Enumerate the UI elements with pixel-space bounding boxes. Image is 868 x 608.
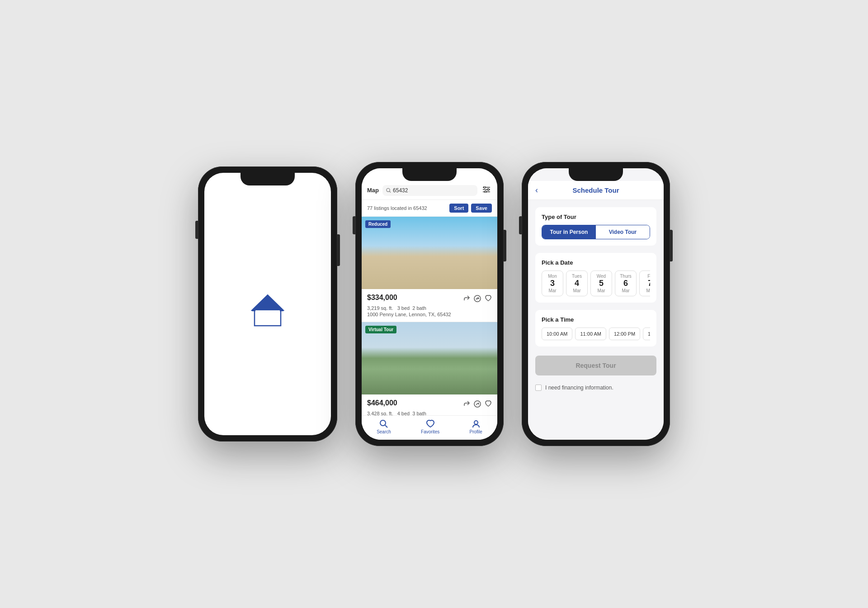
svg-point-4: [387, 188, 390, 191]
profile-nav-icon: [472, 419, 481, 428]
listing-badge-1: Reduced: [365, 220, 391, 228]
date-item-thurs-6[interactable]: Thurs 6 Mar: [615, 271, 637, 296]
profile-nav-label: Profile: [469, 429, 482, 434]
tour-body: Type of Tour Tour in Person Video Tour P…: [528, 200, 664, 440]
listing-address-1: 1000 Penny Lane, Lennon, TX, 65432: [367, 312, 492, 317]
time-1100am[interactable]: 11:00 AM: [575, 328, 606, 340]
phone-schedule-tour: ‹ Schedule Tour Type of Tour Tour in Per…: [522, 162, 670, 446]
phone-splash: [198, 166, 337, 442]
date-num-0: 3: [550, 279, 555, 288]
svg-rect-3: [255, 310, 280, 325]
pick-a-date-label: Pick a Date: [542, 259, 650, 266]
date-num-1: 4: [575, 279, 579, 288]
time-100pm[interactable]: 1:00 PM: [643, 328, 650, 340]
listing-detail-2: 3,428 sq. ft. 4 bed 3 bath: [367, 411, 492, 415]
date-month-3: Mar: [622, 288, 629, 293]
date-num-2: 5: [599, 279, 604, 288]
listing-price-2: $464,000: [367, 399, 397, 407]
splash-logo: [247, 291, 288, 329]
svg-point-9: [484, 186, 486, 188]
time-1200pm[interactable]: 12:00 PM: [609, 328, 640, 340]
listings-info-bar: 77 listings located in 65432 Sort Save: [362, 200, 497, 217]
svg-point-14: [380, 420, 386, 426]
share-icon-1[interactable]: [463, 295, 470, 302]
app-scene: Map: [180, 135, 688, 473]
listing-actions-row-2: $464,000: [367, 399, 492, 409]
back-button[interactable]: ‹: [535, 185, 538, 195]
financing-row: I need financing information.: [535, 383, 656, 393]
listing-icons-1: [463, 295, 492, 302]
directions-icon-1[interactable]: [474, 295, 481, 302]
listing-info-2: $464,000: [362, 394, 497, 415]
financing-checkbox[interactable]: [535, 385, 542, 391]
request-tour-button[interactable]: Request Tour: [535, 356, 656, 375]
tour-title: Schedule Tour: [572, 186, 619, 194]
sort-button[interactable]: Sort: [449, 204, 468, 213]
date-day-0: Mon: [548, 274, 557, 279]
listings-scroll[interactable]: Reduced $334,000: [362, 217, 497, 415]
search-icon: [386, 188, 391, 193]
bottom-nav: Search Favorites Profile: [362, 415, 497, 440]
tour-type-toggle: Tour in Person Video Tour: [542, 225, 650, 239]
svg-point-10: [487, 189, 489, 190]
share-icon-2[interactable]: [463, 400, 470, 408]
time-1000am[interactable]: 10:00 AM: [542, 328, 572, 340]
date-day-4: Fri: [647, 274, 650, 279]
listing-icons-2: [463, 400, 492, 408]
search-nav-label: Search: [377, 429, 391, 434]
directions-icon-2[interactable]: [474, 400, 481, 408]
search-bar: Map: [362, 181, 497, 200]
listing-badge-2: Virtual Tour: [365, 326, 396, 333]
listing-card-1[interactable]: Reduced $334,000: [362, 217, 497, 322]
date-item-wed-5[interactable]: Wed 5 Mar: [590, 271, 612, 296]
date-item-fri-7[interactable]: Fri 7 Mar: [639, 271, 650, 296]
date-day-3: Thurs: [620, 274, 632, 279]
map-label: Map: [367, 187, 379, 194]
date-day-1: Tues: [572, 274, 582, 279]
date-item-tues-4[interactable]: Tues 4 Mar: [566, 271, 588, 296]
listing-detail-1: 3,219 sq. ft. 3 bed 2 bath: [367, 305, 492, 311]
notch-3: [569, 168, 623, 181]
date-item-mon-3[interactable]: Mon 3 Mar: [542, 271, 563, 296]
date-month-1: Mar: [573, 288, 580, 293]
house-logo-icon: [247, 291, 288, 329]
pick-a-time-section: Pick a Time 10:00 AM 11:00 AM 12:00 PM 1…: [535, 310, 656, 347]
nav-favorites[interactable]: Favorites: [421, 419, 439, 434]
phone-listings: Map: [355, 162, 504, 446]
date-month-0: Mar: [548, 288, 556, 293]
search-input-wrap[interactable]: [382, 185, 477, 196]
heart-icon-1[interactable]: [485, 295, 492, 302]
nav-profile[interactable]: Profile: [469, 419, 482, 434]
listing-info-1: $334,000: [362, 289, 497, 322]
listing-card-2[interactable]: Virtual Tour $464,000: [362, 322, 497, 415]
search-input[interactable]: [393, 187, 474, 194]
tour-header: ‹ Schedule Tour: [528, 181, 664, 200]
video-tour-button[interactable]: Video Tour: [596, 225, 650, 239]
type-of-tour-section: Type of Tour Tour in Person Video Tour: [535, 207, 656, 246]
listings-screen: Map: [362, 168, 497, 440]
date-scroll[interactable]: Mon 3 Mar Tues 4 Mar Wed 5: [542, 271, 650, 296]
date-num-3: 6: [623, 279, 628, 288]
listings-count: 77 listings located in 65432: [367, 205, 427, 211]
time-scroll[interactable]: 10:00 AM 11:00 AM 12:00 PM 1:00 PM 2:00 …: [542, 328, 650, 340]
favorites-nav-icon: [426, 419, 435, 428]
svg-point-11: [485, 191, 486, 193]
listing-actions-row-1: $334,000: [367, 294, 492, 304]
financing-label: I need financing information.: [545, 385, 613, 391]
tour-in-person-button[interactable]: Tour in Person: [542, 225, 596, 239]
listing-price-1: $334,000: [367, 294, 397, 302]
listing-image-1: Reduced: [362, 217, 497, 289]
date-month-4: Mar: [646, 288, 650, 293]
type-of-tour-label: Type of Tour: [542, 214, 650, 220]
filter-icon: [483, 186, 490, 193]
pick-a-time-label: Pick a Time: [542, 316, 650, 323]
filter-button[interactable]: [481, 185, 492, 196]
favorites-nav-label: Favorites: [421, 429, 439, 434]
svg-line-5: [389, 191, 391, 192]
save-button[interactable]: Save: [471, 204, 492, 213]
heart-icon-2[interactable]: [485, 400, 492, 408]
pick-a-date-section: Pick a Date Mon 3 Mar Tues 4 Mar: [535, 253, 656, 303]
nav-search[interactable]: Search: [377, 419, 391, 434]
search-nav-icon: [379, 419, 388, 428]
date-num-4: 7: [648, 279, 650, 288]
